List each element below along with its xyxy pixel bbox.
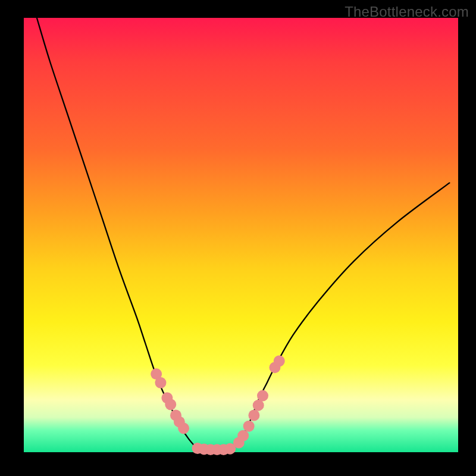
data-marker — [243, 421, 255, 432]
data-marker — [155, 377, 166, 389]
data-marker — [257, 390, 268, 402]
chart-frame: TheBottleneck.com — [0, 0, 476, 476]
data-marker — [178, 422, 189, 434]
marker-group — [151, 355, 285, 455]
data-marker — [237, 430, 249, 441]
data-marker — [248, 409, 259, 421]
plot-area — [24, 18, 458, 452]
curve-layer — [24, 18, 458, 452]
data-marker — [165, 399, 176, 410]
bottleneck-curve — [37, 18, 450, 450]
data-marker — [274, 355, 285, 367]
